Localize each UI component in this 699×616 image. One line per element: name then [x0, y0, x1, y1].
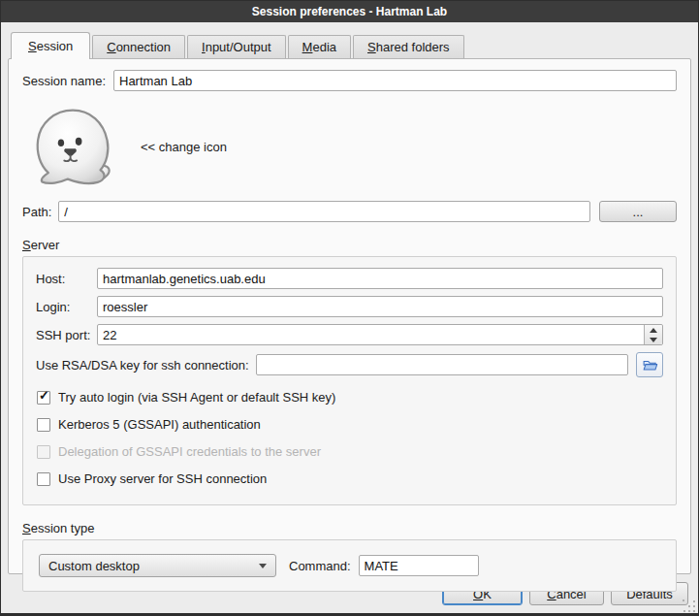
- ssh-port-label: SSH port:: [36, 328, 97, 342]
- command-label: Command:: [289, 559, 351, 573]
- tab-connection[interactable]: Connection: [92, 35, 185, 58]
- login-row: Login:: [36, 296, 663, 317]
- proxy-checkbox[interactable]: ✓: [37, 472, 50, 486]
- checkbox-row-2: ✓ Delegation of GSSAPI credentials to th…: [37, 444, 663, 459]
- gssapi-delegation-label: Delegation of GSSAPI credentials to the …: [58, 444, 321, 459]
- tab-shared-folders[interactable]: Shared folders: [353, 35, 464, 58]
- login-label: Login:: [36, 300, 97, 314]
- spinner-down-button[interactable]: [645, 335, 662, 344]
- rsa-key-input[interactable]: [256, 354, 628, 375]
- spinner-buttons: [644, 325, 662, 344]
- ssh-port-row: SSH port:: [36, 324, 663, 345]
- gssapi-delegation-checkbox: ✓: [37, 445, 50, 459]
- session-tab-page: Session name:: [8, 58, 691, 574]
- session-name-label: Session name:: [22, 74, 106, 88]
- tab-media[interactable]: Media: [288, 35, 351, 58]
- session-type-group-label: Session type: [22, 521, 677, 535]
- session-type-row: Custom desktop Command:: [39, 554, 660, 577]
- folder-open-icon: [642, 357, 658, 373]
- session-preferences-dialog: Session preferences - Hartman Lab Sessio…: [0, 0, 699, 616]
- path-row: Path: ...: [22, 201, 677, 222]
- server-checkboxes: ✓ Try auto login (via SSH Agent or defau…: [37, 390, 663, 486]
- checkbox-row-1[interactable]: ✓ Kerberos 5 (GSSAPI) authentication: [37, 417, 663, 432]
- titlebar[interactable]: Session preferences - Hartman Lab: [1, 1, 698, 22]
- server-group: Host: Login: SSH port:: [22, 256, 677, 505]
- resize-grip[interactable]: [683, 600, 695, 612]
- seal-icon: [28, 106, 119, 187]
- session-name-row: Session name:: [22, 70, 677, 91]
- path-label: Path:: [22, 205, 51, 219]
- session-type-value: Custom desktop: [48, 559, 140, 573]
- auto-login-label: Try auto login (via SSH Agent or default…: [58, 390, 335, 405]
- tab-session[interactable]: Session: [11, 32, 90, 59]
- path-browse-button[interactable]: ...: [599, 201, 677, 222]
- kerberos-label: Kerberos 5 (GSSAPI) authentication: [58, 417, 261, 432]
- session-icon[interactable]: [28, 106, 119, 187]
- spinner-up-button[interactable]: [645, 325, 662, 335]
- checkbox-row-3[interactable]: ✓ Use Proxy server for SSH connection: [37, 471, 663, 486]
- window-title: Session preferences - Hartman Lab: [252, 5, 447, 18]
- checkmark-icon: ✓: [39, 389, 49, 402]
- ssh-port-spinner: [97, 324, 663, 345]
- session-type-select[interactable]: Custom desktop: [39, 554, 276, 577]
- spinner-up-icon: [650, 328, 657, 333]
- change-icon-label[interactable]: << change icon: [141, 140, 227, 154]
- auto-login-checkbox[interactable]: ✓: [37, 391, 50, 405]
- kerberos-checkbox[interactable]: ✓: [37, 418, 50, 432]
- server-group-label: Server: [22, 238, 677, 252]
- dialog-body: Session Connection Input/Output Media Sh…: [1, 22, 698, 613]
- spinner-down-icon: [650, 338, 657, 342]
- rsa-key-row: Use RSA/DSA key for ssh connection:: [36, 352, 663, 377]
- host-label: Host:: [36, 272, 97, 286]
- chevron-down-icon: [259, 564, 267, 568]
- tab-input-output[interactable]: Input/Output: [187, 35, 286, 58]
- proxy-label: Use Proxy server for SSH connection: [58, 471, 267, 486]
- checkbox-row-0[interactable]: ✓ Try auto login (via SSH Agent or defau…: [37, 390, 663, 405]
- rsa-key-browse-button[interactable]: [636, 352, 663, 377]
- ssh-port-input[interactable]: [97, 324, 663, 345]
- session-icon-block: << change icon: [28, 106, 677, 187]
- login-input[interactable]: [97, 296, 663, 317]
- command-input[interactable]: [359, 555, 479, 576]
- host-row: Host:: [36, 268, 663, 289]
- session-name-input[interactable]: [113, 70, 677, 91]
- path-input[interactable]: [58, 201, 590, 222]
- tab-bar: Session Connection Input/Output Media Sh…: [11, 32, 691, 58]
- session-type-group: Custom desktop Command:: [22, 539, 677, 592]
- host-input[interactable]: [97, 268, 663, 289]
- rsa-key-label: Use RSA/DSA key for ssh connection:: [36, 358, 249, 373]
